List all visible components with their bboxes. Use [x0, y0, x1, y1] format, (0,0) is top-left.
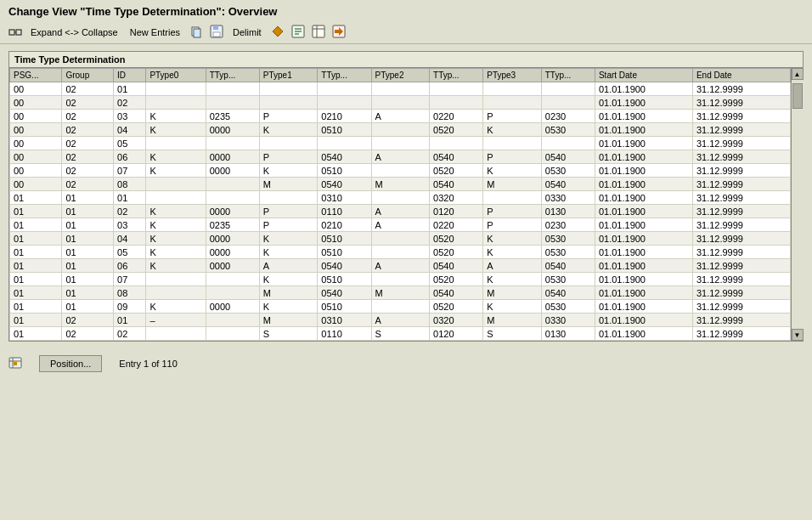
delimit-button[interactable]: Delimit — [229, 25, 265, 39]
table-cell: 0310 — [318, 314, 371, 327]
table-cell: S — [371, 327, 430, 341]
table-cell — [206, 96, 259, 110]
col-header-end-date: End Date — [692, 69, 790, 82]
table-row[interactable]: 000206K0000P0540A0540P054001.01.190031.1… — [10, 150, 791, 164]
table-cell: 0210 — [318, 110, 371, 123]
table-cell: 31.12.9999 — [692, 164, 790, 178]
table-cell: 01.01.1900 — [595, 191, 692, 205]
table-cell — [259, 82, 318, 96]
table-cell — [371, 300, 430, 314]
table-cell: M — [259, 286, 318, 300]
table-cell: K — [146, 218, 206, 232]
table-cell: 0000 — [206, 150, 259, 164]
col-header-ttyp4: TTyp... — [541, 69, 595, 82]
table-row[interactable]: 000208M0540M0540M054001.01.190031.12.999… — [10, 178, 791, 191]
table-cell: 0510 — [318, 246, 371, 259]
table-cell: M — [371, 286, 430, 300]
table-row[interactable]: 010109K0000K05100520K053001.01.190031.12… — [10, 300, 791, 314]
table-header-label: Time Type Determination — [9, 52, 803, 68]
table-cell: K — [146, 150, 206, 164]
table-row[interactable]: 010201–M0310A0320M033001.01.190031.12.99… — [10, 314, 791, 327]
table-row[interactable]: 00020501.01.190031.12.9999 — [10, 137, 791, 150]
table-cell — [371, 123, 430, 137]
expand-collapse-button[interactable]: Expand <-> Collapse — [27, 25, 121, 39]
table-cell: 01.01.1900 — [595, 218, 692, 232]
col-header-ttyp1: TTyp... — [206, 69, 259, 82]
table-row[interactable]: 010107K05100520K053001.01.190031.12.9999 — [10, 273, 791, 286]
table-row[interactable]: 00020201.01.190031.12.9999 — [10, 96, 791, 110]
table-row[interactable]: 00020101.01.190031.12.9999 — [10, 82, 791, 96]
table-cell: 0540 — [318, 178, 371, 191]
table-row[interactable]: 010102K0000P0110A0120P013001.01.190031.1… — [10, 205, 791, 218]
table-cell: 02 — [114, 327, 146, 341]
table-cell: K — [483, 164, 542, 178]
scrollbar-area: PSG... Group ID PType0 TTyp... PType1 TT… — [9, 68, 803, 341]
table-row[interactable]: 010106K0000A0540A0540A054001.01.190031.1… — [10, 259, 791, 273]
table-row[interactable]: 010104K0000K05100520K053001.01.190031.12… — [10, 232, 791, 246]
col-header-ptype0: PType0 — [146, 69, 206, 82]
table-cell: 31.12.9999 — [692, 150, 790, 164]
table-cell: 31.12.9999 — [692, 246, 790, 259]
table-cell — [206, 286, 259, 300]
table-row[interactable]: 000204K0000K05100520K053001.01.190031.12… — [10, 123, 791, 137]
table-cell: 0310 — [318, 191, 371, 205]
table-row[interactable]: 000207K0000K05100520K053001.01.190031.12… — [10, 164, 791, 178]
table-cell: 0530 — [541, 300, 595, 314]
table-cell: 0000 — [206, 164, 259, 178]
copy-icon[interactable] — [189, 25, 203, 40]
table-cell: K — [146, 110, 206, 123]
table-cell: 08 — [114, 178, 146, 191]
table-cell: 01 — [62, 300, 114, 314]
save-icon[interactable] — [210, 25, 223, 40]
scrollbar-thumb[interactable] — [792, 83, 803, 109]
position-icon — [8, 356, 22, 371]
vertical-scrollbar[interactable]: ▲ ▼ — [791, 68, 803, 341]
table-scroll-wrapper: PSG... Group ID PType0 TTyp... PType1 TT… — [9, 68, 791, 341]
table-cell: 00 — [10, 178, 62, 191]
table-cell: A — [371, 218, 430, 232]
table-cell: 0540 — [541, 178, 595, 191]
table-cell: 31.12.9999 — [692, 218, 790, 232]
col-header-ptype2: PType2 — [371, 69, 430, 82]
table-row[interactable]: 01010103100320033001.01.190031.12.9999 — [10, 191, 791, 205]
table-cell: 0230 — [541, 110, 595, 123]
table-cell: 02 — [62, 137, 114, 150]
export-icon[interactable] — [332, 25, 346, 40]
table-cell: 02 — [62, 178, 114, 191]
details-icon[interactable] — [291, 25, 305, 40]
table-cell: K — [259, 232, 318, 246]
table-cell: P — [483, 218, 542, 232]
new-entries-button[interactable]: New Entries — [127, 25, 183, 39]
table-cell: 00 — [10, 82, 62, 96]
table-icon[interactable] — [312, 25, 325, 40]
table-cell: 0520 — [430, 246, 483, 259]
table-cell — [206, 137, 259, 150]
table-cell: 0320 — [430, 191, 483, 205]
table-cell: K — [146, 300, 206, 314]
table-row[interactable]: 010202S0110S0120S013001.01.190031.12.999… — [10, 327, 791, 341]
table-cell: 05 — [114, 137, 146, 150]
table-cell: 02 — [62, 314, 114, 327]
table-cell: 02 — [62, 123, 114, 137]
table-cell: A — [371, 205, 430, 218]
table-row[interactable]: 010108M0540M0540M054001.01.190031.12.999… — [10, 286, 791, 300]
table-cell: K — [259, 246, 318, 259]
entry-info: Entry 1 of 110 — [119, 359, 178, 369]
scrollbar-up-button[interactable]: ▲ — [792, 68, 804, 80]
position-button[interactable]: Position... — [39, 355, 102, 372]
table-cell — [483, 191, 542, 205]
table-row[interactable]: 010105K0000K05100520K053001.01.190031.12… — [10, 246, 791, 259]
table-cell: 01.01.1900 — [595, 137, 692, 150]
svg-rect-7 — [213, 32, 220, 37]
table-cell — [146, 327, 206, 341]
table-cell — [318, 137, 371, 150]
table-cell: 0540 — [541, 259, 595, 273]
main-content: Time Type Determination PSG... Group ID … — [0, 44, 812, 348]
table-row[interactable]: 010103K0235P0210A0220P023001.01.190031.1… — [10, 218, 791, 232]
scrollbar-down-button[interactable]: ▼ — [792, 329, 804, 341]
table-row[interactable]: 000203K0235P0210A0220P023001.01.190031.1… — [10, 110, 791, 123]
table-cell: K — [146, 259, 206, 273]
table-cell: 01 — [10, 246, 62, 259]
table-cell: 02 — [62, 150, 114, 164]
table-cell: 0220 — [430, 110, 483, 123]
